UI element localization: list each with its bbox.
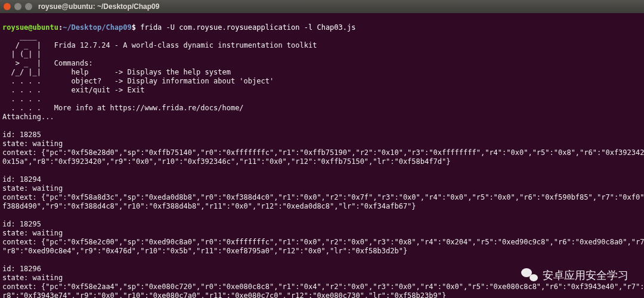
banner-line: /_/ |_| help -> Displays the help system [2,68,231,76]
thread-context: 0x15a","r8":"0xf3923420","r9":"0x0","r10… [2,157,450,166]
window-title: roysue@ubuntu: ~/Desktop/Chap09 [38,2,159,11]
thread-state: state: waiting [2,274,63,282]
thread-id: id: 18295 [2,220,41,228]
thread-id: id: 18294 [2,175,41,184]
thread-context: context: {"pc":"0xf58e2c00","sp":"0xed90… [2,238,644,246]
thread-state: state: waiting [2,229,63,237]
terminal-output[interactable]: roysue@ubuntu:~/Desktop/Chap09$ frida -U… [0,13,644,298]
thread-context: "r8":"0xed90c8e4","r9":"0x476d","r10":"0… [2,247,407,255]
banner-line: . . . . [2,95,41,103]
window-titlebar: roysue@ubuntu: ~/Desktop/Chap09 [0,0,644,13]
thread-context: context: {"pc":"0xf58a8d3c","sp":"0xeda0… [2,193,644,201]
thread-context: f388d490","r9":"0xf388d4c8","r10":"0xf38… [2,202,416,210]
prompt-dollar: $ [132,23,136,32]
banner-line: | (_| | [2,50,41,58]
maximize-icon[interactable] [25,3,32,10]
banner-line: . . . . object? -> Display information a… [2,77,274,85]
banner-line: ____ [2,32,37,41]
attaching-line: Attaching... [2,113,54,121]
banner-line: > _ | Commands: [2,59,93,67]
banner-line: . . . . exit/quit -> Exit [2,86,144,94]
thread-context: context: {"pc":"0xf58e2aa4","sp":"0xe080… [2,283,644,291]
thread-id: id: 18296 [2,265,41,273]
thread-context: r8":"0xf3943e74","r9":"0x0","r10":"0xe08… [2,291,446,298]
minimize-icon[interactable] [14,3,21,10]
thread-id: id: 18285 [2,131,41,139]
watermark-text: 安卓应用安全学习 [543,268,628,283]
thread-context: context: {"pc":"0xf58e28d0","sp":"0xffb7… [2,148,644,157]
prompt-path: ~/Desktop/Chap09 [63,23,132,32]
thread-state: state: waiting [2,184,63,193]
banner-line: / _ | Frida 12.7.24 - A world-class dyna… [2,41,317,49]
close-icon[interactable] [4,3,11,10]
prompt-userhost: roysue@ubuntu [2,23,58,32]
window-controls [4,3,32,10]
command-text: frida -U com.roysue.roysueapplication -l… [140,23,355,32]
watermark: 安卓应用安全学习 [521,268,628,283]
thread-state: state: waiting [2,139,63,148]
wechat-icon [521,268,538,283]
banner-line: . . . . More info at https://www.frida.r… [2,104,244,112]
